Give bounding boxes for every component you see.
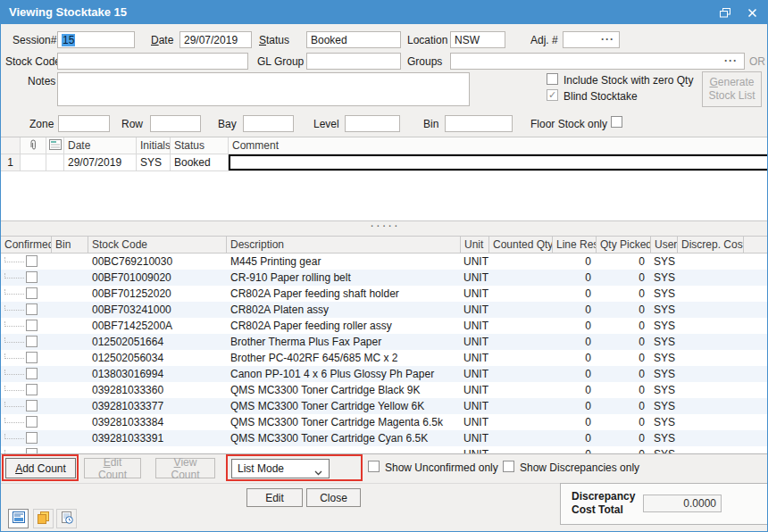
table-row[interactable]: 00BC769210030M445 Printing gearUNIT00SYS bbox=[1, 254, 768, 270]
sessions-status-cell[interactable]: Booked bbox=[171, 154, 229, 170]
mode-select[interactable]: List Mode bbox=[231, 459, 330, 478]
date-field[interactable]: 29/07/2019 bbox=[179, 31, 252, 48]
table-row[interactable]: 039281033377QMS MC3300 Toner Cartridge Y… bbox=[1, 398, 768, 414]
confirmed-checkbox[interactable] bbox=[26, 384, 38, 395]
stocktake-window: Viewing Stocktake 15 Session# 15 Date 29… bbox=[0, 0, 768, 532]
confirmed-checkbox[interactable] bbox=[26, 352, 38, 363]
adj-number-label: Adj. # bbox=[530, 34, 558, 46]
description-column-header[interactable]: Description bbox=[227, 237, 461, 254]
sessions-note-cell[interactable] bbox=[46, 154, 64, 170]
discrepancy-total-field[interactable]: 0.0000 bbox=[643, 495, 722, 512]
attachment-column-header[interactable] bbox=[21, 137, 46, 154]
groups-ellipsis-button[interactable]: ··· bbox=[724, 54, 738, 67]
confirmed-checkbox[interactable] bbox=[26, 271, 38, 283]
table-row[interactable]: 039281033360QMS MC3300 Toner Cartridge B… bbox=[1, 382, 768, 398]
memo-icon bbox=[49, 140, 62, 153]
table-row[interactable]: 00BF701252020CR802A Paper feeding shaft … bbox=[1, 286, 768, 302]
confirmed-checkbox[interactable] bbox=[26, 320, 38, 331]
table-row[interactable]: 039281033384QMS MC3300 Toner Cartridge M… bbox=[1, 414, 768, 430]
sessions-comment-header[interactable]: Comment bbox=[229, 137, 768, 154]
copy-documents-button[interactable] bbox=[33, 509, 54, 528]
table-row[interactable]: 013803016994Canon PP-101 4 x 6 Plus Glos… bbox=[1, 366, 768, 382]
groups-field[interactable] bbox=[450, 53, 745, 70]
discrep-cost-column-header[interactable]: Discrep. Cost bbox=[678, 237, 744, 254]
edit-button[interactable]: Edit bbox=[246, 488, 303, 507]
floor-stock-only-checkbox[interactable] bbox=[611, 116, 622, 128]
table-row[interactable]: 039281033391QMS MC3300 Toner Cartridge C… bbox=[1, 430, 768, 446]
confirmed-checkbox[interactable] bbox=[26, 255, 38, 267]
include-zero-qty-checkbox[interactable] bbox=[547, 73, 558, 85]
view-count-button[interactable]: View Count bbox=[155, 458, 215, 478]
table-row[interactable]: 00BF701009020CR-910 Paper rolling beltUN… bbox=[1, 270, 768, 286]
sessions-status-header[interactable]: Status bbox=[171, 137, 229, 154]
gl-group-field[interactable] bbox=[306, 53, 401, 70]
table-row[interactable]: 00BF703241000CR802A Platen assyUNIT00SYS bbox=[1, 302, 768, 318]
sessions-initials-header[interactable]: Initials bbox=[137, 137, 171, 154]
history-document-button[interactable] bbox=[56, 509, 77, 528]
table-row[interactable]: 012502051664Brother Therma Plus Fax Pape… bbox=[1, 334, 768, 350]
zone-field[interactable] bbox=[58, 115, 110, 132]
session-field[interactable]: 15 bbox=[57, 31, 135, 48]
confirmed-checkbox[interactable] bbox=[26, 368, 38, 379]
sessions-date-cell[interactable]: 29/07/2019 bbox=[64, 154, 137, 170]
discrepancy-panel: Discrepancy Cost Total 0.0000 bbox=[560, 483, 768, 525]
row-field[interactable] bbox=[150, 115, 201, 132]
counted-qty-column-header[interactable]: Counted Qty bbox=[489, 237, 553, 254]
groups-label: Groups bbox=[407, 55, 442, 68]
blind-stocktake-label: Blind Stocktake bbox=[563, 90, 638, 103]
confirmed-checkbox[interactable] bbox=[26, 416, 38, 428]
sessions-rownum-header[interactable] bbox=[1, 137, 21, 154]
line-res-column-header[interactable]: Line Res. bbox=[553, 237, 597, 254]
stock-code-label: Stock Code bbox=[5, 55, 61, 68]
sessions-initials-cell[interactable]: SYS bbox=[137, 154, 171, 170]
add-count-button[interactable]: Add Count bbox=[5, 458, 76, 478]
table-row-partial[interactable]: UNIT00SYS bbox=[1, 446, 768, 453]
bin-column-header[interactable]: Bin bbox=[52, 237, 88, 254]
sessions-date-header[interactable]: Date bbox=[64, 137, 137, 154]
confirmed-checkbox[interactable] bbox=[26, 400, 38, 411]
sessions-attachment-cell[interactable] bbox=[21, 154, 46, 170]
confirmed-checkbox[interactable] bbox=[26, 303, 38, 315]
stock-code-column-header[interactable]: Stock Code bbox=[88, 237, 227, 254]
details-view-button[interactable] bbox=[8, 509, 29, 528]
note-column-header[interactable] bbox=[46, 137, 64, 154]
sessions-grid-row[interactable]: 1 29/07/2019 SYS Booked bbox=[1, 154, 768, 171]
close-icon[interactable] bbox=[742, 4, 762, 21]
status-label: Status bbox=[259, 34, 289, 46]
location-field[interactable]: NSW bbox=[450, 31, 505, 48]
generate-stock-list-button[interactable]: Generate Stock List bbox=[702, 71, 762, 107]
confirmed-checkbox[interactable] bbox=[26, 432, 38, 444]
show-unconfirmed-checkbox[interactable] bbox=[368, 461, 380, 472]
restore-icon[interactable] bbox=[715, 4, 735, 21]
unit-column-header[interactable]: Unit bbox=[461, 237, 489, 254]
confirmed-checkbox[interactable] bbox=[26, 287, 38, 299]
show-discrepancies-checkbox[interactable] bbox=[503, 461, 514, 472]
table-row[interactable]: 00BF71425200ACR802A Paper feeding roller… bbox=[1, 318, 768, 334]
sessions-grid: Date Initials Status Comment 1 29/07/201… bbox=[1, 137, 768, 221]
include-zero-qty-label: Include Stock with zero Qty bbox=[563, 74, 693, 87]
confirmed-column-header[interactable]: Confirmed bbox=[1, 237, 52, 254]
bin-field[interactable] bbox=[445, 115, 513, 132]
chevron-down-icon bbox=[314, 466, 322, 478]
notes-textarea[interactable] bbox=[57, 72, 470, 106]
discrepancy-total-label: Discrepancy Cost Total bbox=[572, 490, 635, 517]
confirmed-checkbox[interactable] bbox=[26, 336, 38, 347]
blind-stocktake-checkbox[interactable]: ✓ bbox=[547, 89, 558, 101]
stock-code-field[interactable] bbox=[57, 53, 248, 70]
status-field[interactable]: Booked bbox=[306, 31, 401, 48]
zone-label: Zone bbox=[29, 118, 54, 130]
qty-picked-column-header[interactable]: Qty Picked bbox=[597, 237, 651, 254]
edit-count-button[interactable]: Edit Count bbox=[84, 458, 141, 478]
user-column-header[interactable]: User bbox=[651, 237, 678, 254]
level-label: Level bbox=[313, 118, 339, 130]
folders-icon bbox=[37, 511, 50, 527]
sessions-comment-cell-focused[interactable] bbox=[229, 154, 768, 170]
sessions-grid-header: Date Initials Status Comment bbox=[1, 137, 768, 154]
level-field[interactable] bbox=[345, 115, 400, 132]
adj-ellipsis-button[interactable]: ··· bbox=[601, 33, 614, 46]
bay-field[interactable] bbox=[243, 115, 294, 132]
table-row[interactable]: 012502056034Brother PC-402RF 645/685 MC … bbox=[1, 350, 768, 366]
close-button[interactable]: Close bbox=[306, 488, 361, 507]
bin-label: Bin bbox=[423, 118, 438, 130]
grid-splitter-handle[interactable]: ····· bbox=[1, 221, 768, 236]
